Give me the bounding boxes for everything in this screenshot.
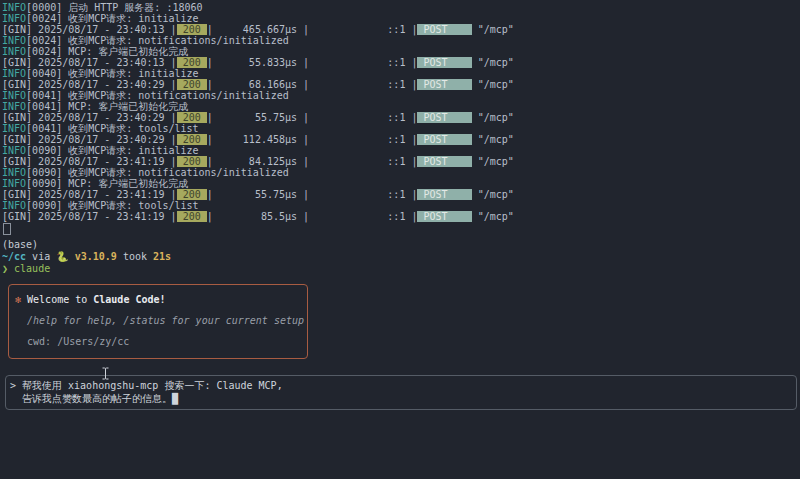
log-line: INFO[0041] 收到MCP请求: tools/list bbox=[2, 123, 800, 134]
welcome-title-prefix: Welcome to bbox=[21, 294, 93, 305]
welcome-title-line: ✻ Welcome to Claude Code! bbox=[15, 289, 307, 310]
log-line: [GIN] 2025/08/17 - 23:41:19 | 200 | 55.7… bbox=[2, 189, 800, 200]
welcome-title-bold: Claude Code! bbox=[93, 294, 165, 305]
claude-welcome-box: ✻ Welcome to Claude Code! /help for help… bbox=[8, 284, 308, 359]
log-line: [GIN] 2025/08/17 - 23:41:19 | 200 | 84.1… bbox=[2, 156, 800, 167]
log-line: INFO[0024] 收到MCP请求: notifications/initia… bbox=[2, 35, 800, 46]
shell-line: ❯ claude bbox=[2, 263, 800, 275]
log-line: INFO[0090] 收到MCP请求: tools/list bbox=[2, 200, 800, 211]
log-line: [GIN] 2025/08/17 - 23:40:13 | 200 | 465.… bbox=[2, 24, 800, 35]
terminal-cursor-hollow bbox=[3, 223, 11, 235]
input-line-2: 告诉我点赞数最高的帖子的信息。█ bbox=[22, 392, 283, 405]
welcome-help-line: /help for help, /status for your current… bbox=[15, 310, 307, 331]
log-lines: INFO[0000] 启动 HTTP 服务器: :18060INFO[0024]… bbox=[2, 2, 800, 222]
mouse-ibeam-cursor bbox=[101, 367, 110, 380]
shell-session: (base)~/cc via 🐍 v3.10.9 took 21s❯ claud… bbox=[0, 239, 800, 410]
input-prompt-chevron: > bbox=[10, 379, 16, 405]
input-line-2-text: 告诉我点赞数最高的帖子的信息。 bbox=[22, 393, 172, 404]
log-line: INFO[0024] 收到MCP请求: initialize bbox=[2, 13, 800, 24]
log-line: INFO[0000] 启动 HTTP 服务器: :18060 bbox=[2, 2, 800, 13]
welcome-cwd-line: cwd: /Users/zy/cc bbox=[15, 331, 307, 352]
shell-line: ~/cc via 🐍 v3.10.9 took 21s bbox=[2, 251, 800, 263]
shell-line: (base) bbox=[2, 239, 800, 251]
server-log-pane: INFO[0000] 启动 HTTP 服务器: :18060INFO[0024]… bbox=[0, 0, 800, 235]
text-caret-block: █ bbox=[172, 393, 178, 404]
log-line: INFO[0090] 收到MCP请求: initialize bbox=[2, 145, 800, 156]
terminal-window: INFO[0000] 启动 HTTP 服务器: :18060INFO[0024]… bbox=[0, 0, 800, 479]
input-text: 帮我使用 xiaohongshu-mcp 搜索一下: Claude MCP, 告… bbox=[22, 379, 283, 405]
log-line: [GIN] 2025/08/17 - 23:40:13 | 200 | 55.8… bbox=[2, 57, 800, 68]
shell-prompt-lines: (base)~/cc via 🐍 v3.10.9 took 21s❯ claud… bbox=[2, 239, 800, 276]
log-line: [GIN] 2025/08/17 - 23:40:29 | 200 | 68.1… bbox=[2, 79, 800, 90]
log-line: INFO[0041] MCP: 客户端已初始化完成 bbox=[2, 101, 800, 112]
log-line: INFO[0024] MCP: 客户端已初始化完成 bbox=[2, 46, 800, 57]
log-line: [GIN] 2025/08/17 - 23:40:29 | 200 | 112.… bbox=[2, 134, 800, 145]
claude-prompt-input[interactable]: > 帮我使用 xiaohongshu-mcp 搜索一下: Claude MCP,… bbox=[5, 375, 797, 410]
input-line-1: 帮我使用 xiaohongshu-mcp 搜索一下: Claude MCP, bbox=[22, 379, 283, 392]
log-line: INFO[0090] 收到MCP请求: notifications/initia… bbox=[2, 167, 800, 178]
log-line: INFO[0090] MCP: 客户端已初始化完成 bbox=[2, 178, 800, 189]
log-line: [GIN] 2025/08/17 - 23:40:29 | 200 | 55.7… bbox=[2, 112, 800, 123]
log-line: INFO[0040] 收到MCP请求: initialize bbox=[2, 68, 800, 79]
log-line: INFO[0041] 收到MCP请求: notifications/initia… bbox=[2, 90, 800, 101]
log-line: [GIN] 2025/08/17 - 23:41:19 | 200 | 85.5… bbox=[2, 211, 800, 222]
